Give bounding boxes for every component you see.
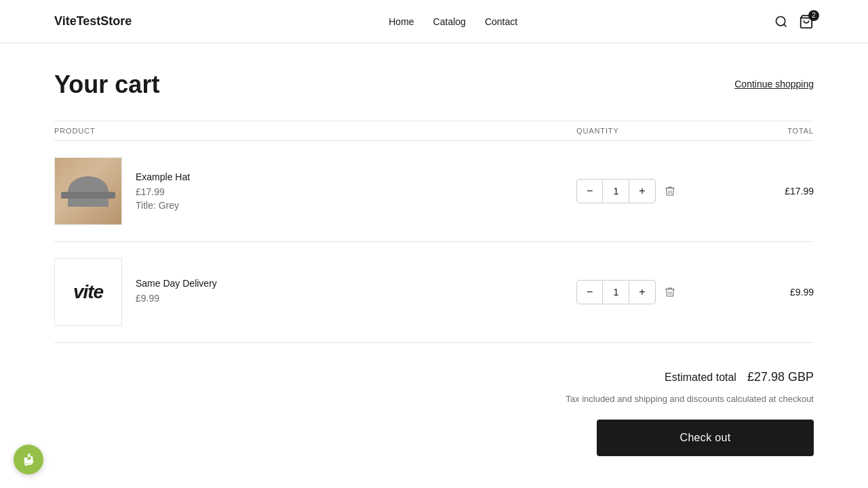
estimated-total-amount: £27.98 GBP (747, 370, 814, 384)
search-button[interactable] (774, 15, 788, 28)
table-row: Example Hat £17.99 Title: Grey − 1 + £17… (54, 141, 814, 242)
product-price-1: £17.99 (136, 186, 190, 197)
header-icons: 2 (774, 14, 814, 29)
shopify-icon (20, 451, 37, 468)
product-details-1: Example Hat £17.99 Title: Grey (136, 171, 190, 211)
nav-catalog[interactable]: Catalog (433, 16, 466, 27)
tax-note: Tax included and shipping and discounts … (54, 392, 814, 406)
site-logo[interactable]: ViteTestStore (54, 14, 132, 28)
estimated-total-row: Estimated total £27.98 GBP (54, 370, 814, 384)
cart-summary: Estimated total £27.98 GBP Tax included … (54, 370, 814, 456)
quantity-decrease-2[interactable]: − (577, 281, 602, 304)
product-thumbnail-2: vite (54, 258, 122, 326)
quantity-value-1: 1 (602, 180, 629, 202)
product-details-2: Same Day Delivery £9.99 (136, 278, 217, 306)
item-total-2: £9.99 (712, 287, 814, 298)
continue-shopping-button[interactable]: Continue shopping (734, 79, 814, 89)
item-total-1: £17.99 (712, 186, 814, 197)
quantity-decrease-1[interactable]: − (577, 180, 602, 203)
product-info-1: Example Hat £17.99 Title: Grey (54, 157, 576, 225)
cart-count-badge: 2 (808, 10, 819, 21)
trash-icon (664, 185, 676, 197)
svg-point-0 (776, 16, 785, 25)
table-row: vite Same Day Delivery £9.99 − 1 + (54, 242, 814, 343)
nav-home[interactable]: Home (389, 16, 414, 27)
svg-line-1 (784, 24, 787, 26)
shopify-badge[interactable] (14, 445, 43, 474)
product-price-2: £9.99 (136, 293, 217, 304)
page-title: Your cart (54, 70, 159, 99)
trash-icon (664, 286, 676, 298)
product-name-1: Example Hat (136, 171, 190, 182)
quantity-value-2: 1 (602, 281, 629, 303)
quantity-controls-2: − 1 + (576, 280, 712, 304)
product-variant-1: Title: Grey (136, 200, 190, 211)
cart-header: Your cart Continue shopping (54, 70, 814, 99)
site-header: ViteTestStore Home Catalog Contact 2 (0, 0, 868, 43)
main-content: Your cart Continue shopping PRODUCT QUAN… (0, 43, 868, 483)
vite-logo: vite (73, 281, 103, 303)
col-product-label: PRODUCT (54, 127, 576, 135)
product-thumbnail-1 (54, 157, 122, 225)
quantity-controls-1: − 1 + (576, 179, 712, 203)
delete-item-1[interactable] (656, 180, 684, 203)
search-icon (774, 15, 788, 28)
quantity-increase-1[interactable]: + (629, 180, 654, 203)
cart-button[interactable]: 2 (799, 14, 814, 29)
quantity-stepper-2: − 1 + (576, 280, 656, 304)
col-total-label: TOTAL (712, 127, 814, 135)
main-nav: Home Catalog Contact (389, 16, 517, 27)
delete-item-2[interactable] (656, 281, 684, 304)
table-header: PRODUCT QUANTITY TOTAL (54, 121, 814, 141)
quantity-stepper-1: − 1 + (576, 179, 656, 203)
quantity-increase-2[interactable]: + (629, 281, 654, 304)
checkout-button[interactable]: Check out (597, 420, 814, 456)
estimated-total-label: Estimated total (665, 371, 736, 384)
product-info-2: vite Same Day Delivery £9.99 (54, 258, 576, 326)
col-quantity-label: QUANTITY (576, 127, 712, 135)
product-name-2: Same Day Delivery (136, 278, 217, 289)
nav-contact[interactable]: Contact (485, 16, 517, 27)
